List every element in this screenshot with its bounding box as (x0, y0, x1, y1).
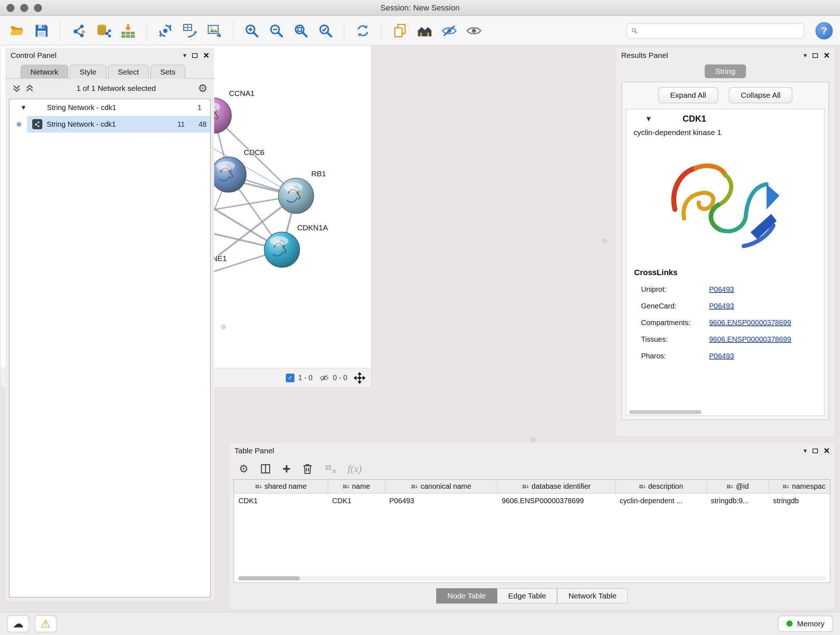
minimize-window-button[interactable] (20, 4, 28, 12)
save-session-button[interactable] (32, 20, 51, 41)
tab-style[interactable]: Style (70, 65, 106, 79)
zoom-selected-button[interactable] (316, 20, 335, 41)
tab-select[interactable]: Select (108, 65, 149, 79)
node-count: 11 (163, 120, 185, 128)
column-sort-icon (255, 484, 262, 489)
memory-button[interactable]: Memory (778, 616, 833, 632)
crosslink-tissues[interactable]: 9606.ENSP00000378699 (709, 335, 791, 344)
column-sort-icon (783, 484, 790, 489)
left-splitter-handle[interactable] (221, 325, 226, 329)
panel-menu-icon[interactable]: ▾ (804, 447, 807, 455)
import-table-icon (120, 23, 136, 39)
warning-icon: ⚠ (41, 618, 51, 629)
collapse-all-button[interactable]: Collapse All (729, 87, 793, 103)
tab-network[interactable]: Network (21, 65, 68, 79)
table-row[interactable]: CDK1CDK1P064939606.ENSP00000378699cyclin… (234, 494, 830, 509)
crosslink-pharos[interactable]: P06493 (709, 352, 734, 360)
zoom-out-button[interactable] (267, 20, 286, 41)
crosslinks-heading: CrossLinks (634, 268, 824, 277)
column-header--id[interactable]: @id (706, 480, 769, 494)
results-panel-title: Results Panel (621, 51, 668, 60)
network-node-rb1[interactable]: RB1 (279, 169, 326, 214)
float-panel-icon[interactable] (192, 53, 197, 58)
float-panel-icon[interactable] (813, 53, 818, 58)
search-input[interactable] (641, 27, 800, 35)
column-header-namespac[interactable]: namespac (769, 480, 830, 494)
network-row[interactable]: String Network - cdk1 11 48 (9, 116, 210, 133)
column-header-shared-name[interactable]: shared name (234, 480, 328, 494)
float-panel-icon[interactable] (813, 448, 818, 453)
import-network-database-button[interactable] (94, 20, 113, 41)
column-header-name[interactable]: name (328, 480, 385, 494)
tab-node-table[interactable]: Node Table (436, 588, 497, 603)
column-header-canonical-name[interactable]: canonical name (385, 480, 497, 494)
protein-detail-card: ▼ CDK1 cyclin-dependent kinase 1 (626, 109, 825, 416)
close-panel-icon[interactable]: × (824, 51, 829, 60)
network-node-cdkn1a[interactable]: CDKN1A (264, 223, 328, 268)
column-sort-icon (726, 484, 734, 489)
crosslink-genecard[interactable]: P06493 (709, 302, 734, 310)
network-collection-row[interactable]: ▼ String Network - cdk1 1 (9, 99, 210, 116)
tab-sets[interactable]: Sets (150, 65, 185, 79)
zoom-window-button[interactable] (34, 4, 42, 12)
expand-all-networks-icon[interactable] (12, 84, 21, 93)
toolbar-separator (147, 21, 147, 41)
network-type-icon (32, 119, 42, 129)
home-button[interactable] (415, 20, 434, 41)
tab-string[interactable]: String (705, 65, 746, 78)
first-neighbors-button[interactable] (156, 20, 175, 41)
tab-network-table[interactable]: Network Table (557, 588, 628, 603)
table-options-gear-icon[interactable]: ⚙ (239, 463, 248, 474)
help-button[interactable]: ? (815, 22, 833, 40)
table-horizontal-scrollbar[interactable] (238, 576, 826, 581)
close-panel-icon[interactable]: × (824, 446, 829, 456)
protein-card-header[interactable]: ▼ CDK1 (626, 109, 824, 128)
zoom-in-button[interactable] (242, 20, 262, 41)
column-header-database-identifier[interactable]: database identifier (497, 480, 615, 494)
hidden-nodes-edges: 0 - 0 (333, 374, 347, 382)
zoom-in-icon (244, 23, 260, 39)
add-column-icon[interactable]: + (283, 462, 291, 476)
expand-all-button[interactable]: Expand All (658, 87, 718, 103)
pan-crosshair-icon[interactable] (354, 372, 365, 384)
zoom-fit-button[interactable] (291, 20, 311, 41)
panel-menu-icon[interactable]: ▾ (183, 51, 186, 59)
crosslink-uniprot[interactable]: P06493 (709, 285, 734, 294)
bottom-splitter-handle[interactable] (531, 437, 535, 442)
show-columns-icon[interactable] (259, 463, 272, 475)
import-network-file-button[interactable] (69, 20, 88, 41)
panel-menu-icon[interactable]: ▾ (804, 51, 807, 59)
selected-nodes-edges: 1 - 0 (298, 374, 313, 382)
main-toolbar: ? (0, 16, 840, 46)
refresh-button[interactable] (353, 20, 373, 41)
selected-checkbox-icon[interactable]: ✓ (286, 374, 294, 382)
import-table-button[interactable] (118, 20, 138, 41)
tree-expand-icon[interactable]: ▼ (20, 104, 27, 111)
tab-edge-table[interactable]: Edge Table (497, 588, 557, 603)
hide-graphics-button[interactable] (439, 20, 459, 41)
show-graphics-button[interactable] (464, 20, 484, 41)
scrollbar-thumb[interactable] (238, 576, 300, 580)
network-options-gear-icon[interactable]: ⚙ (198, 83, 208, 94)
delete-column-trash-icon[interactable] (302, 463, 314, 475)
search-icon (631, 27, 638, 34)
results-horizontal-scrollbar[interactable] (629, 410, 701, 414)
new-network-from-selection-button[interactable] (180, 20, 200, 41)
hidden-eye-slash-icon (319, 374, 329, 382)
toolbar-search[interactable] (627, 23, 805, 38)
copy-document-button[interactable] (390, 20, 410, 41)
right-splitter-handle[interactable] (603, 239, 607, 243)
collapse-all-networks-icon[interactable] (25, 84, 34, 93)
close-panel-icon[interactable]: × (203, 51, 209, 60)
export-image-button[interactable] (205, 20, 224, 41)
network-row-selected[interactable]: String Network - cdk1 11 48 (27, 116, 210, 133)
column-header-description[interactable]: description (615, 480, 706, 494)
warnings-button[interactable]: ⚠ (35, 616, 57, 632)
close-window-button[interactable] (6, 4, 14, 12)
memory-status-dot (786, 621, 793, 627)
edge-count: 48 (185, 120, 207, 128)
crosslink-compartments[interactable]: 9606.ENSP00000378699 (709, 318, 791, 327)
cloud-status-button[interactable]: ☁ (7, 616, 29, 632)
collapse-section-icon[interactable]: ▼ (645, 115, 652, 123)
open-session-button[interactable] (7, 20, 27, 41)
